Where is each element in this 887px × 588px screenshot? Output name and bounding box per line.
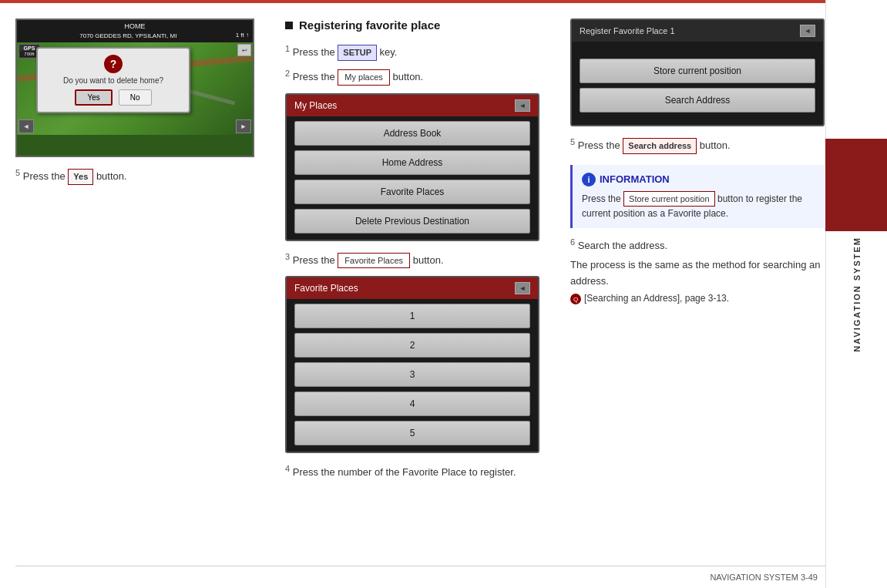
right-step5-prefix: Press the	[578, 139, 620, 151]
footer-divider	[15, 566, 825, 566]
info-text-before: Press the	[582, 193, 621, 204]
nav-home-label: HOME	[125, 22, 146, 30]
fav-place-4-button[interactable]: 4	[294, 391, 530, 416]
address-book-button[interactable]: Address Book	[294, 121, 530, 146]
step4-desc: Press the number of the Favorite Place t…	[293, 467, 516, 479]
fav-place-3-button[interactable]: 3	[294, 362, 530, 387]
step4-number: 4	[285, 464, 290, 473]
left-column: HOME 7070 GEDDES RD, YPSILANTI, MI 1 ft …	[0, 3, 277, 588]
heading-square-icon	[285, 22, 293, 29]
my-places-back-icon: ◄	[519, 102, 526, 109]
info-body: Press the Store current position button …	[582, 191, 815, 221]
footer: NAVIGATION SYSTEM 3-49	[710, 573, 818, 582]
dialog-yes-button[interactable]: Yes	[75, 89, 112, 106]
nav-back-button[interactable]: ↩	[237, 44, 251, 56]
fav-places-title: Favorite Places	[294, 283, 358, 294]
my-places-title: My Places	[294, 100, 337, 111]
step5-text: 5 Press the Yes button.	[15, 166, 262, 185]
step1-suffix: key.	[380, 46, 398, 58]
step3-prefix: Press the	[293, 254, 335, 266]
dialog-question: Do you want to delete home?	[44, 76, 183, 85]
dialog-no-button[interactable]: No	[119, 89, 152, 106]
nav-back-icon: ↩	[242, 47, 247, 54]
step6-text: 6 Search the address.	[570, 236, 825, 254]
delete-previous-destination-button[interactable]: Delete Previous Destination	[294, 209, 530, 234]
store-current-pos-label: Store current position	[623, 191, 715, 207]
delete-home-dialog: ? Do you want to delete home? Yes No	[36, 47, 190, 113]
step6-ref: Q [Searching an Address], page 3-13.	[570, 293, 825, 304]
step5-suffix: button.	[96, 170, 127, 182]
right-step5-number: 5	[570, 137, 575, 146]
step2-suffix: button.	[392, 71, 423, 82]
right-step5-suffix: button.	[700, 139, 731, 151]
step6-title: Search the address.	[578, 240, 667, 252]
fav-places-back-button[interactable]: ◄	[515, 282, 530, 294]
my-places-back-button[interactable]: ◄	[515, 99, 530, 112]
nav-right-arrow-icon: ►	[240, 123, 247, 130]
step1-number: 1	[285, 44, 290, 53]
nav-screen-header: HOME 7070 GEDDES RD, YPSILANTI, MI 1 ft …	[17, 20, 253, 42]
step5-number: 5	[15, 168, 20, 177]
ref-text: [Searching an Address], page 3-13.	[584, 293, 729, 304]
fav-place-1-button[interactable]: 1	[294, 304, 530, 328]
step2-text: 2 Press the My places button.	[285, 67, 547, 86]
fav-places-screen: Favorite Places ◄ 1 2 3 4 5	[285, 276, 539, 453]
right-column: Register Favorite Place 1 ◄ Store curren…	[563, 3, 840, 588]
my-places-screen-header: My Places ◄	[287, 95, 538, 116]
nav-address: 7070 GEDDES RD, YPSILANTI, MI	[79, 32, 176, 39]
step1-prefix: Press the	[293, 46, 335, 58]
reg-fav-button-list: Store current position Search Address	[572, 42, 823, 125]
step2-myplaces-button-label: My places	[338, 69, 390, 86]
information-box: i INFORMATION Press the Store current po…	[570, 165, 825, 229]
fav-places-back-icon: ◄	[519, 284, 526, 292]
reg-fav-screen: Register Favorite Place 1 ◄ Store curren…	[570, 18, 825, 126]
info-heading: i INFORMATION	[582, 173, 815, 186]
search-address-button[interactable]: Search Address	[580, 88, 815, 113]
step2-prefix: Press the	[293, 71, 335, 82]
reg-fav-title: Register Favorite Place 1	[580, 26, 675, 35]
nav-dist: 1 ft ↑	[236, 32, 249, 39]
info-icon: i	[582, 173, 596, 186]
dialog-warning-icon: ?	[104, 55, 123, 73]
step5-prefix: Press the	[23, 170, 66, 182]
step1-text: 1 Press the SETUP key.	[285, 42, 547, 61]
home-address-button[interactable]: Home Address	[294, 150, 530, 175]
section-heading: Registering favorite place	[285, 18, 547, 32]
my-places-screen: My Places ◄ Address Book Home Address Fa…	[285, 93, 539, 241]
nav-right-arrow-button[interactable]: ►	[236, 119, 251, 133]
step3-text: 3 Press the Favorite Places button.	[285, 250, 547, 269]
fav-places-screen-header: Favorite Places ◄	[287, 277, 538, 299]
nav-screen: HOME 7070 GEDDES RD, YPSILANTI, MI 1 ft …	[15, 18, 254, 157]
step2-number: 2	[285, 69, 290, 78]
nav-left-arrow-button[interactable]: ◄	[18, 119, 34, 133]
step3-favplaces-button-label: Favorite Places	[338, 253, 410, 269]
reg-fav-screen-header: Register Favorite Place 1 ◄	[572, 20, 823, 42]
section-title: Registering favorite place	[299, 18, 440, 32]
main-content: HOME 7070 GEDDES RD, YPSILANTI, MI 1 ft …	[0, 3, 825, 588]
reg-fav-back-icon: ◄	[805, 27, 811, 35]
store-current-position-button[interactable]: Store current position	[580, 59, 815, 83]
step6-number: 6	[570, 237, 575, 247]
reg-fav-back-button[interactable]: ◄	[800, 25, 815, 37]
right-step5-text: 5 Press the Search address button.	[570, 136, 825, 154]
dialog-buttons: Yes No	[44, 89, 183, 106]
nav-left-arrow-icon: ◄	[23, 123, 30, 130]
step5-yes-button-label: Yes	[68, 169, 93, 185]
info-title: INFORMATION	[600, 173, 670, 185]
step1-setup-button-label: SETUP	[338, 45, 377, 61]
sidebar-label: NAVIGATION SYSTEM	[852, 237, 862, 352]
step4-text: 4 Press the number of the Favorite Place…	[285, 462, 547, 480]
search-address-label: Search address	[623, 138, 697, 154]
step3-suffix: button.	[413, 254, 444, 266]
footer-text: NAVIGATION SYSTEM 3-49	[710, 573, 818, 582]
ref-icon: Q	[570, 294, 581, 304]
step3-number: 3	[285, 252, 290, 261]
middle-column: Registering favorite place 1 Press the S…	[277, 3, 563, 588]
favorite-places-button[interactable]: Favorite Places	[294, 180, 530, 204]
fav-places-button-list: 1 2 3 4 5	[287, 304, 538, 445]
fav-place-5-button[interactable]: 5	[294, 421, 530, 445]
my-places-button-list: Address Book Home Address Favorite Place…	[287, 121, 538, 234]
fav-place-2-button[interactable]: 2	[294, 333, 530, 358]
step6-desc1: The process is the same as the method fo…	[570, 257, 825, 290]
